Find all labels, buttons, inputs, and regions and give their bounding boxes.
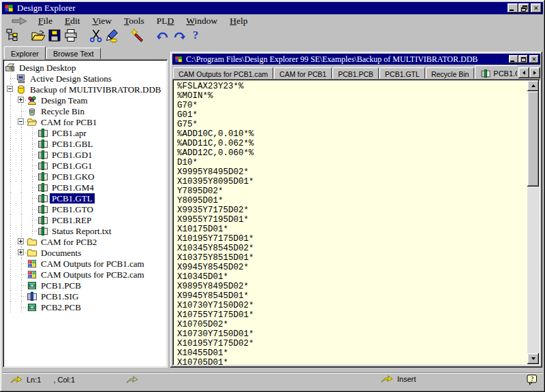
tree-item-pcb1-gbl[interactable]: PCB1.GBL [5, 138, 166, 149]
tree-item-label[interactable]: PCB2.PCB [39, 302, 83, 312]
expand-toggle[interactable] [18, 249, 24, 255]
tree-item-pcb1-gg1[interactable]: PCB1.GG1 [5, 160, 166, 171]
tree-item-label[interactable]: Recycle Bin [39, 106, 87, 116]
open-document-button[interactable] [30, 27, 46, 44]
print-button[interactable] [63, 27, 79, 44]
tree-item-design-desktop[interactable]: Design Desktop [5, 62, 166, 73]
doc-close-icon: × [532, 56, 537, 63]
doc-close-button[interactable]: × [529, 55, 539, 63]
database-icon [16, 84, 28, 95]
collapse-toggle[interactable] [7, 86, 13, 92]
text-editor[interactable]: %FSLAX23Y23*% %MOIN*% G70* G01* G75* %AD… [172, 79, 540, 365]
doc-tab-pcb1-gtl[interactable]: PCB1.GTL [379, 67, 425, 79]
expand-toggle[interactable] [18, 238, 24, 244]
tree-item-pcb1-gtl[interactable]: PCB1.GTL [5, 193, 166, 203]
tree-item-label[interactable]: PCB1.PCB [39, 280, 83, 291]
doc-tab-pcb1-pcb[interactable]: PCB1.PCB [332, 67, 379, 79]
tree-item-label[interactable]: PCB1.GM4 [50, 182, 96, 193]
tab-explorer[interactable]: Explorer [4, 46, 46, 60]
tree-item-pcb1-rep[interactable]: PCB1.REP [5, 214, 166, 225]
tree-item-label[interactable]: PCB1.GG1 [50, 161, 95, 171]
minimize-button[interactable] [508, 3, 518, 13]
tree-item-label[interactable]: PCB1.GD1 [50, 150, 95, 160]
tree-item-label[interactable]: Design Desktop [17, 63, 78, 73]
menu-help[interactable]: Help [223, 15, 253, 27]
menu-grip-arrow-icon[interactable] [12, 17, 28, 25]
doc-tab-recycle-bin[interactable]: Recycle Bin [426, 67, 474, 79]
tree-item-pcb1-gm4[interactable]: PCB1.GM4 [5, 182, 166, 193]
tree-item-label[interactable]: Design Team [39, 95, 90, 105]
tree-item-pcb1-gd1[interactable]: PCB1.GD1 [5, 149, 166, 160]
menu-view[interactable]: View [87, 15, 118, 27]
tree-item-cam-outputs-for-pcb2-cam[interactable]: CAM Outputs for PCB2.cam [5, 269, 166, 280]
doc-minimize-button[interactable] [509, 55, 518, 63]
menu-file[interactable]: File [32, 15, 59, 27]
save-document-button[interactable] [46, 27, 63, 44]
scrollbar-thumb[interactable] [527, 91, 539, 186]
tree-item-label[interactable]: PCB1.REP [50, 215, 93, 225]
tab-scroll-left-button[interactable] [518, 67, 529, 78]
explorer-panel-toggle-button[interactable] [5, 27, 21, 44]
wizard-wand-button[interactable] [129, 27, 146, 44]
menu-pld[interactable]: PLD [151, 15, 181, 27]
tree-item-pcb1-gko[interactable]: PCB1.GKO [5, 171, 166, 182]
tree-item-recycle-bin[interactable]: Recycle Bin [5, 105, 166, 116]
scroll-down-button[interactable] [527, 353, 539, 364]
tree-item-label[interactable]: PCB1.apr [50, 128, 89, 138]
tree-item-cam-for-pcb1[interactable]: CAM for PCB1 [5, 116, 166, 127]
tree-item-label[interactable]: PCB1.GTL [50, 193, 95, 203]
vertical-scrollbar[interactable] [527, 80, 539, 364]
menu-edit[interactable]: Edit [59, 15, 87, 27]
doc-tab-cam-outputs-for-pcb1-cam[interactable]: CAM Outputs for PCB1.cam [173, 67, 273, 79]
doc-tab-pcb1-gtl[interactable]: PCB1.GTL [475, 65, 517, 79]
tree-item-status-report-txt[interactable]: Status Report.txt [5, 225, 166, 236]
scroll-up-button[interactable] [527, 80, 539, 91]
app-logo-icon [3, 3, 14, 13]
doc-tab-cam-for-pcb1[interactable]: CAM for PCB1 [274, 67, 332, 79]
help-balloon-icon[interactable] [527, 374, 538, 385]
expand-toggle[interactable] [18, 97, 24, 103]
menu-tools[interactable]: Tools [118, 15, 151, 27]
tree-item-label[interactable]: CAM Outputs for PCB1.cam [39, 259, 146, 269]
title-bar[interactable]: Design Explorer × [2, 2, 543, 14]
cam-icon [27, 269, 39, 280]
tree-item-cam-outputs-for-pcb1-cam[interactable]: CAM Outputs for PCB1.cam [5, 258, 166, 269]
help-button[interactable]: ? [187, 27, 204, 44]
tree-item-label[interactable]: PCB1.SIG [39, 291, 80, 301]
restore-button[interactable] [518, 3, 529, 13]
tree-item-label[interactable]: PCB1.GBL [50, 139, 95, 149]
tree-item-label[interactable]: Documents [39, 248, 83, 258]
tree-item-label[interactable]: Backup of MULTIVIBRATOR.DDB [28, 84, 163, 95]
tree-item-label[interactable]: CAM for PCB1 [39, 117, 99, 127]
tree-item-design-team[interactable]: Design Team [5, 95, 166, 105]
menu-window[interactable]: Window [180, 15, 223, 27]
tree-item-label[interactable]: PCB1.GKO [50, 172, 97, 182]
tree-item-pcb1-gto[interactable]: PCB1.GTO [5, 203, 166, 214]
tree-item-label[interactable]: PCB1.GTO [50, 204, 95, 214]
undo-button[interactable] [155, 27, 171, 44]
tree-item-active-design-stations[interactable]: Active Design Stations [5, 73, 166, 84]
tree-item-cam-for-pcb2[interactable]: CAM for PCB2 [5, 236, 166, 247]
tree-item-pcb2-pcb[interactable]: PCB2.PCB [5, 301, 166, 312]
tree-item-pcb1-apr[interactable]: PCB1.apr [5, 127, 166, 138]
doc-maximize-button[interactable] [518, 55, 528, 63]
tree-item-backup-of-multivibrator-ddb[interactable]: Backup of MULTIVIBRATOR.DDB [5, 84, 166, 95]
redo-button[interactable] [171, 27, 187, 44]
cut-button[interactable] [88, 27, 104, 44]
document-title-bar[interactable]: C:\Program Files\Design Explorer 99 SE\E… [172, 54, 540, 65]
tree-item-label[interactable]: CAM Outputs for PCB2.cam [39, 270, 146, 280]
tree-item-pcb1-sig[interactable]: PCB1.SIG [5, 291, 166, 301]
document-title: C:\Program Files\Design Explorer 99 SE\E… [186, 54, 509, 65]
tree-item-label[interactable]: Active Design Stations [28, 74, 114, 84]
close-button[interactable]: × [531, 3, 542, 13]
tree-item-label[interactable]: CAM for PCB2 [39, 237, 99, 247]
collapse-toggle[interactable] [18, 118, 24, 125]
tree-item-documents[interactable]: Documents [5, 247, 166, 258]
tree-item-pcb1-pcb[interactable]: PCB1.PCB [5, 280, 166, 291]
book-icon [37, 203, 50, 214]
tab-browse-text[interactable]: Browse Text [46, 48, 101, 59]
tree-item-label[interactable]: Status Report.txt [50, 226, 113, 236]
code-content[interactable]: %FSLAX23Y23*% %MOIN*% G70* G01* G75* %AD… [177, 82, 524, 365]
tab-scroll-right-button[interactable] [529, 67, 540, 78]
paste-tool-button[interactable] [104, 27, 121, 44]
